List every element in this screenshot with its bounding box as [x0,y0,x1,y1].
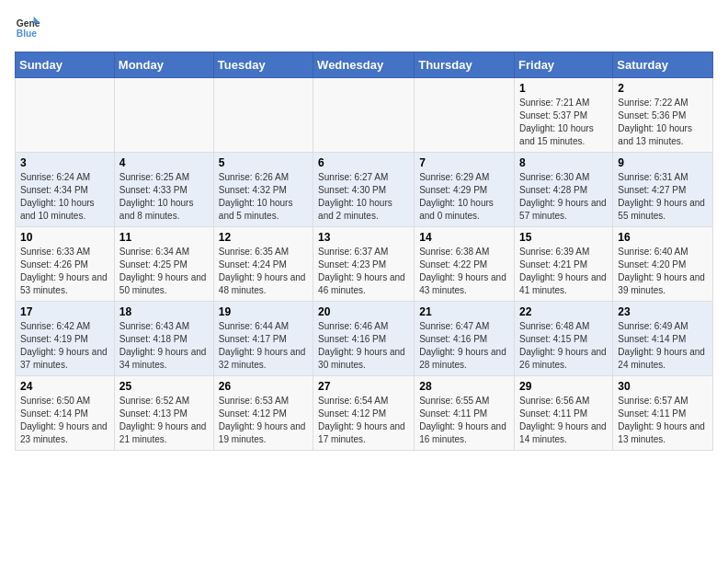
weekday-header-sunday: Sunday [16,52,115,78]
day-info: Sunrise: 6:52 AM Sunset: 4:13 PM Dayligh… [119,395,209,446]
calendar-header: SundayMondayTuesdayWednesdayThursdayFrid… [16,52,713,78]
day-info: Sunrise: 6:29 AM Sunset: 4:29 PM Dayligh… [419,171,509,223]
calendar-cell: 12Sunrise: 6:35 AM Sunset: 4:24 PM Dayli… [213,227,313,302]
day-number: 3 [20,156,109,169]
day-info: Sunrise: 6:46 AM Sunset: 4:16 PM Dayligh… [318,320,409,372]
day-number: 21 [419,305,509,318]
calendar-cell [415,78,515,153]
calendar-cell: 15Sunrise: 6:39 AM Sunset: 4:21 PM Dayli… [515,227,613,302]
calendar-cell [16,78,115,153]
day-number: 12 [219,231,308,244]
calendar-cell: 26Sunrise: 6:53 AM Sunset: 4:12 PM Dayli… [213,376,313,451]
day-number: 5 [219,156,308,169]
day-info: Sunrise: 6:39 AM Sunset: 4:21 PM Dayligh… [519,246,608,297]
calendar-cell: 6Sunrise: 6:27 AM Sunset: 4:30 PM Daylig… [313,153,415,227]
calendar-cell: 13Sunrise: 6:37 AM Sunset: 4:23 PM Dayli… [313,227,415,302]
calendar: SundayMondayTuesdayWednesdayThursdayFrid… [15,52,713,451]
calendar-cell: 5Sunrise: 6:26 AM Sunset: 4:32 PM Daylig… [213,153,313,227]
day-number: 2 [618,82,708,95]
day-info: Sunrise: 6:56 AM Sunset: 4:11 PM Dayligh… [519,395,608,446]
day-info: Sunrise: 6:25 AM Sunset: 4:33 PM Dayligh… [119,171,209,223]
day-number: 6 [318,156,409,169]
calendar-cell: 20Sunrise: 6:46 AM Sunset: 4:16 PM Dayli… [313,302,415,376]
day-number: 22 [519,305,608,318]
day-info: Sunrise: 6:53 AM Sunset: 4:12 PM Dayligh… [219,395,308,446]
day-info: Sunrise: 6:33 AM Sunset: 4:26 PM Dayligh… [20,246,109,297]
day-info: Sunrise: 6:54 AM Sunset: 4:12 PM Dayligh… [318,395,409,446]
day-info: Sunrise: 6:55 AM Sunset: 4:11 PM Dayligh… [419,395,509,446]
day-info: Sunrise: 6:35 AM Sunset: 4:24 PM Dayligh… [219,246,308,297]
day-number: 19 [219,305,308,318]
calendar-cell: 1Sunrise: 7:21 AM Sunset: 5:37 PM Daylig… [515,78,613,153]
calendar-cell [313,78,415,153]
day-number: 30 [618,380,708,393]
day-number: 16 [618,231,708,244]
calendar-cell: 22Sunrise: 6:48 AM Sunset: 4:15 PM Dayli… [515,302,613,376]
calendar-cell: 24Sunrise: 6:50 AM Sunset: 4:14 PM Dayli… [16,376,115,451]
day-info: Sunrise: 6:42 AM Sunset: 4:19 PM Dayligh… [20,320,109,372]
day-info: Sunrise: 7:21 AM Sunset: 5:37 PM Dayligh… [519,97,608,148]
day-number: 27 [318,380,409,393]
day-number: 17 [20,305,109,318]
day-info: Sunrise: 6:57 AM Sunset: 4:11 PM Dayligh… [618,395,708,446]
day-info: Sunrise: 6:38 AM Sunset: 4:22 PM Dayligh… [419,246,509,297]
day-info: Sunrise: 6:48 AM Sunset: 4:15 PM Dayligh… [519,320,608,372]
day-info: Sunrise: 6:30 AM Sunset: 4:28 PM Dayligh… [519,171,608,223]
day-number: 10 [20,231,109,244]
calendar-cell: 27Sunrise: 6:54 AM Sunset: 4:12 PM Dayli… [313,376,415,451]
header: General Blue [15,15,713,40]
day-info: Sunrise: 6:34 AM Sunset: 4:25 PM Dayligh… [119,246,209,297]
calendar-cell: 18Sunrise: 6:43 AM Sunset: 4:18 PM Dayli… [114,302,213,376]
day-number: 29 [519,380,608,393]
calendar-cell [213,78,313,153]
day-info: Sunrise: 6:49 AM Sunset: 4:14 PM Dayligh… [618,320,708,372]
day-info: Sunrise: 6:24 AM Sunset: 4:34 PM Dayligh… [20,171,109,223]
calendar-cell: 4Sunrise: 6:25 AM Sunset: 4:33 PM Daylig… [114,153,213,227]
svg-text:Blue: Blue [17,29,38,39]
day-info: Sunrise: 6:37 AM Sunset: 4:23 PM Dayligh… [318,246,409,297]
logo-icon: General Blue [15,15,40,40]
weekday-header-saturday: Saturday [613,52,713,78]
day-number: 15 [519,231,608,244]
calendar-cell: 29Sunrise: 6:56 AM Sunset: 4:11 PM Dayli… [515,376,613,451]
day-number: 28 [419,380,509,393]
calendar-cell: 16Sunrise: 6:40 AM Sunset: 4:20 PM Dayli… [613,227,713,302]
calendar-cell: 28Sunrise: 6:55 AM Sunset: 4:11 PM Dayli… [415,376,515,451]
calendar-cell: 14Sunrise: 6:38 AM Sunset: 4:22 PM Dayli… [415,227,515,302]
day-number: 24 [20,380,109,393]
day-number: 13 [318,231,409,244]
day-info: Sunrise: 6:27 AM Sunset: 4:30 PM Dayligh… [318,171,409,223]
weekday-header-wednesday: Wednesday [313,52,415,78]
day-number: 20 [318,305,409,318]
day-number: 4 [119,156,209,169]
calendar-cell: 30Sunrise: 6:57 AM Sunset: 4:11 PM Dayli… [613,376,713,451]
logo: General Blue [15,15,44,40]
calendar-cell: 17Sunrise: 6:42 AM Sunset: 4:19 PM Dayli… [16,302,115,376]
calendar-cell: 8Sunrise: 6:30 AM Sunset: 4:28 PM Daylig… [515,153,613,227]
day-number: 11 [119,231,209,244]
day-info: Sunrise: 6:43 AM Sunset: 4:18 PM Dayligh… [119,320,209,372]
weekday-header-friday: Friday [515,52,613,78]
day-number: 23 [618,305,708,318]
weekday-header-monday: Monday [114,52,213,78]
day-info: Sunrise: 7:22 AM Sunset: 5:36 PM Dayligh… [618,97,708,148]
calendar-cell: 3Sunrise: 6:24 AM Sunset: 4:34 PM Daylig… [16,153,115,227]
calendar-cell: 19Sunrise: 6:44 AM Sunset: 4:17 PM Dayli… [213,302,313,376]
weekday-header-tuesday: Tuesday [213,52,313,78]
weekday-header-thursday: Thursday [415,52,515,78]
calendar-cell: 9Sunrise: 6:31 AM Sunset: 4:27 PM Daylig… [613,153,713,227]
day-info: Sunrise: 6:31 AM Sunset: 4:27 PM Dayligh… [618,171,708,223]
calendar-cell: 25Sunrise: 6:52 AM Sunset: 4:13 PM Dayli… [114,376,213,451]
day-number: 14 [419,231,509,244]
calendar-cell: 10Sunrise: 6:33 AM Sunset: 4:26 PM Dayli… [16,227,115,302]
day-info: Sunrise: 6:26 AM Sunset: 4:32 PM Dayligh… [219,171,308,223]
calendar-cell: 21Sunrise: 6:47 AM Sunset: 4:16 PM Dayli… [415,302,515,376]
calendar-cell: 11Sunrise: 6:34 AM Sunset: 4:25 PM Dayli… [114,227,213,302]
calendar-cell [114,78,213,153]
day-info: Sunrise: 6:44 AM Sunset: 4:17 PM Dayligh… [219,320,308,372]
day-info: Sunrise: 6:50 AM Sunset: 4:14 PM Dayligh… [20,395,109,446]
day-number: 8 [519,156,608,169]
calendar-cell: 2Sunrise: 7:22 AM Sunset: 5:36 PM Daylig… [613,78,713,153]
day-info: Sunrise: 6:40 AM Sunset: 4:20 PM Dayligh… [618,246,708,297]
day-number: 18 [119,305,209,318]
